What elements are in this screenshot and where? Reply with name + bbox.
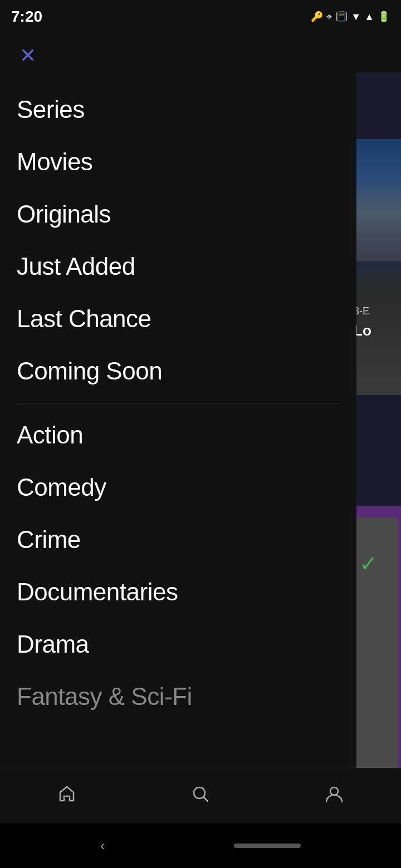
close-icon: ✕ — [19, 46, 36, 66]
bg-thumbnail-top: 3-E Lo — [351, 139, 401, 395]
bg-checkmark-icon: ✓ — [359, 551, 378, 576]
svg-line-1 — [204, 797, 208, 801]
menu-label-fantasy-scifi: Fantasy & Sci-Fi — [17, 683, 192, 711]
menu-label-drama: Drama — [17, 630, 89, 658]
menu-item-series[interactable]: Series — [0, 83, 356, 136]
wifi-icon: ▼ — [351, 11, 361, 23]
main-layout: 3-E Lo ✓ Ri Series Movies Originals — [0, 72, 401, 840]
menu-item-comedy[interactable]: Comedy — [0, 461, 356, 514]
menu-items-list: Series Movies Originals Just Added Last … — [0, 72, 356, 723]
nav-home[interactable] — [0, 768, 134, 823]
menu-item-just-added[interactable]: Just Added — [0, 240, 356, 293]
menu-item-crime[interactable]: Crime — [0, 514, 356, 566]
menu-label-comedy: Comedy — [17, 474, 106, 501]
android-nav-bar: ‹ — [0, 823, 401, 868]
vibrate-icon: 📳 — [335, 11, 348, 23]
battery-icon: 🔋 — [378, 11, 390, 23]
menu-item-documentaries[interactable]: Documentaries — [0, 566, 356, 618]
close-button-area: ✕ — [0, 39, 401, 72]
search-icon — [190, 784, 211, 808]
home-icon — [57, 784, 77, 808]
android-home-pill[interactable] — [234, 844, 301, 848]
menu-item-action[interactable]: Action — [0, 409, 356, 461]
menu-item-coming-soon[interactable]: Coming Soon — [0, 345, 356, 397]
android-back-icon[interactable]: ‹ — [100, 838, 105, 854]
menu-item-last-chance[interactable]: Last Chance — [0, 293, 356, 345]
bg-thumbnail-bottom: ✓ Ri — [351, 506, 401, 785]
nav-profile[interactable] — [267, 768, 401, 823]
bottom-nav — [0, 768, 401, 823]
close-button[interactable]: ✕ — [17, 45, 39, 67]
menu-item-fantasy-scifi[interactable]: Fantasy & Sci-Fi — [0, 670, 356, 723]
status-time: 7:20 — [11, 8, 42, 26]
menu-label-series: Series — [17, 96, 85, 124]
menu-item-movies[interactable]: Movies — [0, 136, 356, 188]
menu-overlay: Series Movies Originals Just Added Last … — [0, 72, 356, 840]
status-icons: 🔑 ⌖ 📳 ▼ ▲ 🔋 — [311, 11, 390, 23]
menu-label-action: Action — [17, 421, 83, 449]
menu-label-last-chance: Last Chance — [17, 305, 151, 333]
bg-city-image — [351, 139, 401, 262]
menu-item-originals[interactable]: Originals — [0, 188, 356, 240]
bg-thumbnail-image: ✓ — [354, 517, 398, 773]
profile-icon — [324, 784, 344, 808]
menu-label-documentaries: Documentaries — [17, 578, 178, 606]
menu-divider — [17, 403, 340, 403]
key-icon: 🔑 — [311, 11, 323, 23]
menu-label-coming-soon: Coming Soon — [17, 357, 162, 385]
menu-label-just-added: Just Added — [17, 253, 135, 280]
menu-label-originals: Originals — [17, 200, 111, 228]
menu-label-crime: Crime — [17, 526, 81, 554]
menu-label-movies: Movies — [17, 148, 92, 176]
status-bar: 7:20 🔑 ⌖ 📳 ▼ ▲ 🔋 — [0, 0, 401, 33]
svg-point-2 — [330, 787, 338, 795]
signal-icon: ▲ — [364, 11, 374, 23]
nav-search[interactable] — [134, 768, 267, 823]
bluetooth-icon: ⌖ — [326, 11, 332, 23]
menu-item-drama[interactable]: Drama — [0, 618, 356, 670]
